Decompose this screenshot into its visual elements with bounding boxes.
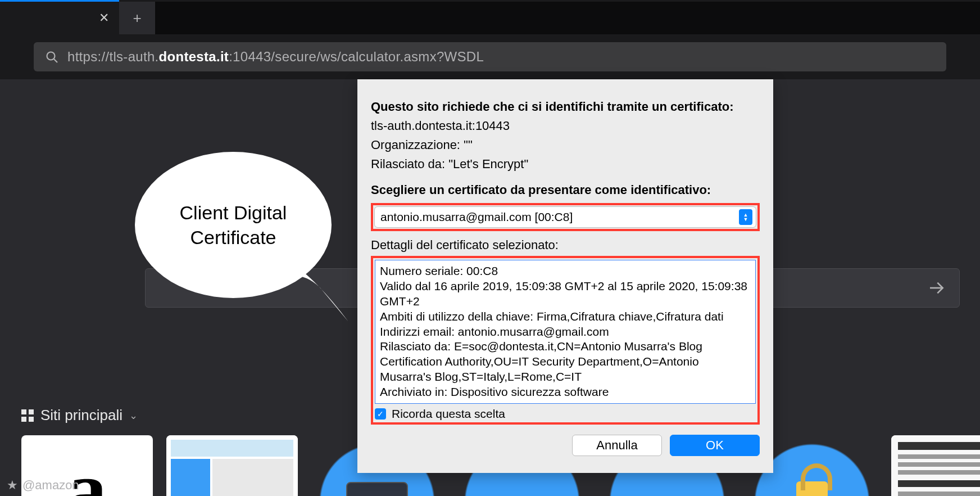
tab-strip: ✕ + xyxy=(0,2,980,34)
search-icon xyxy=(45,50,58,64)
plus-icon: + xyxy=(133,10,141,27)
svg-rect-14 xyxy=(898,470,980,475)
highlight-box-details: Numero seriale: 00:C8 Valido dal 16 apri… xyxy=(371,256,760,425)
cancel-button[interactable]: Annulla xyxy=(572,435,662,456)
svg-line-1 xyxy=(54,59,57,62)
detail-serial: Numero seriale: 00:C8 xyxy=(380,264,751,279)
bookmark-hint: ★ @amazon xyxy=(7,478,79,493)
detail-issued-by: Rilasciato da: E=soc@dontesta.it,CN=Anto… xyxy=(380,339,751,385)
svg-rect-16 xyxy=(898,492,980,496)
annotation-line1: Client Digital xyxy=(180,200,287,225)
chevron-down-icon[interactable]: ⌄ xyxy=(129,409,138,422)
remember-label: Ricorda questa scelta xyxy=(392,407,505,421)
grid-icon xyxy=(21,409,34,422)
ok-button[interactable]: OK xyxy=(670,435,760,456)
annotation-bubble-tail xyxy=(281,254,360,327)
remember-choice-row[interactable]: ✓ Ricorda questa scelta xyxy=(375,407,756,421)
svg-rect-7 xyxy=(171,459,210,496)
dialog-choose-label: Scegliere un certificato da presentare c… xyxy=(371,183,760,197)
annotation-line2: Certificate xyxy=(180,225,287,250)
svg-rect-15 xyxy=(898,480,980,487)
details-label: Dettagli del certificato selezionato: xyxy=(371,238,760,252)
checkbox-checked-icon[interactable]: ✓ xyxy=(375,408,386,420)
highlight-box-select: antonio.musarra@gmail.com [00:C8] ▲▼ xyxy=(371,203,760,231)
detail-stored-in: Archiviato in: Dispositivo sicurezza sof… xyxy=(380,385,751,400)
svg-rect-8 xyxy=(212,459,293,496)
toolbar: https://tls-auth.dontesta.it:10443/secur… xyxy=(0,34,980,79)
star-icon: ★ xyxy=(7,478,18,493)
lock-icon xyxy=(796,481,828,496)
certificate-dialog: Questo sito richiede che ci si identific… xyxy=(357,79,773,473)
detail-validity: Valido dal 16 aprile 2019, 15:09:38 GMT+… xyxy=(380,279,751,309)
close-icon[interactable]: ✕ xyxy=(99,11,109,25)
browser-tab[interactable]: ✕ xyxy=(0,2,119,34)
bookmark-hint-label: @amazon xyxy=(22,478,79,493)
dialog-org: Organizzazione: "" xyxy=(371,138,760,152)
svg-rect-6 xyxy=(171,440,293,457)
tile-thumb xyxy=(166,435,298,496)
dialog-issuer: Rilasciato da: "Let's Encrypt" xyxy=(371,157,760,172)
detail-emails: Indirizzi email: antonio.musarra@gmail.c… xyxy=(380,324,751,340)
dialog-button-row: Annulla OK xyxy=(371,435,760,456)
certificate-details[interactable]: Numero seriale: 00:C8 Valido dal 16 apri… xyxy=(375,260,756,404)
svg-rect-13 xyxy=(898,462,980,467)
svg-rect-11 xyxy=(898,442,980,450)
dialog-host: tls-auth.dontesta.it:10443 xyxy=(371,119,760,133)
dialog-heading: Questo sito richiede che ci si identific… xyxy=(371,100,760,114)
certificate-select-value: antonio.musarra@gmail.com [00:C8] xyxy=(380,210,573,224)
tile-thumb xyxy=(891,435,980,496)
card-icon xyxy=(346,482,408,496)
tile-dontesta[interactable]: dontesta xyxy=(891,435,980,496)
arrow-right-icon[interactable] xyxy=(928,279,946,297)
svg-rect-12 xyxy=(898,454,980,459)
url-bar[interactable]: https://tls-auth.dontesta.it:10443/secur… xyxy=(34,42,946,71)
url-text: https://tls-auth.dontesta.it:10443/secur… xyxy=(67,49,484,65)
certificate-select[interactable]: antonio.musarra@gmail.com [00:C8] ▲▼ xyxy=(374,206,756,228)
top-sites-heading: Siti principali xyxy=(40,407,122,424)
select-arrows-icon: ▲▼ xyxy=(739,209,752,225)
detail-key-usage: Ambiti di utilizzo della chiave: Firma,C… xyxy=(380,309,751,324)
new-tab-button[interactable]: + xyxy=(119,2,155,34)
tile-vetinfo[interactable]: vetinfo xyxy=(166,435,298,496)
svg-point-0 xyxy=(47,52,55,60)
